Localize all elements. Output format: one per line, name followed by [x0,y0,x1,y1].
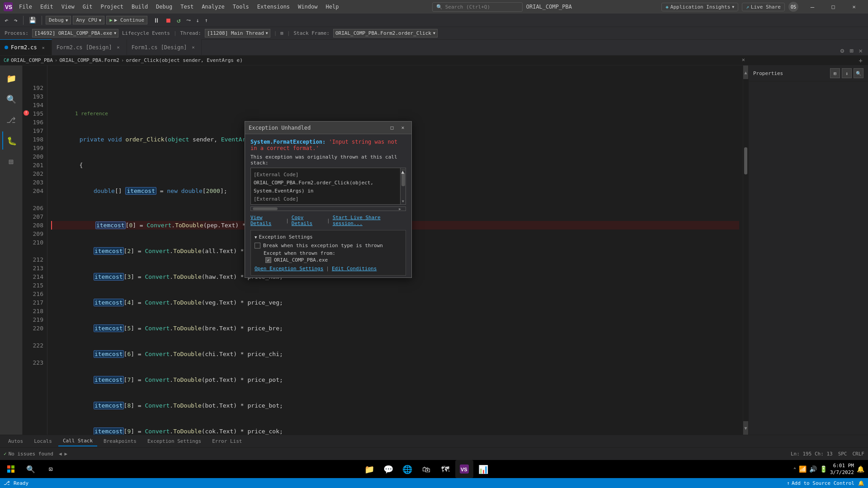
dialog-resize-grip[interactable] [407,273,411,277]
breadcrumb-class[interactable]: ORIAL_COMP_PBA.Form2 [59,57,119,63]
break-exception-checkbox[interactable] [255,243,260,249]
add-source-control-btn[interactable]: ↑ Add to Source Control [787,480,854,486]
menu-tools[interactable]: Tools [229,2,253,12]
properties-sort-btn[interactable]: ↕ [842,68,852,78]
taskbar-search[interactable]: 🔍 [22,460,40,478]
ready-status[interactable]: Ready [14,480,28,486]
network-icon[interactable]: 📶 [799,465,807,473]
menu-help[interactable]: Help [322,2,342,12]
menu-project[interactable]: Project [97,2,127,12]
activity-git[interactable]: ⎇ [2,111,20,129]
menu-debug[interactable]: Debug [152,2,176,12]
taskbar-datetime[interactable]: 6:01 PM 3/7/2022 [830,462,854,476]
menu-window[interactable]: Window [294,2,321,12]
activity-search[interactable]: 🔍 [2,90,20,108]
tab-error-list[interactable]: Error List [208,436,246,446]
edit-conditions-link[interactable]: Edit Conditions [332,266,377,272]
maximize-btn[interactable]: □ [823,0,844,14]
close-btn[interactable]: ✕ [844,0,864,14]
restart-btn[interactable]: ↺ [175,16,183,25]
menu-test[interactable]: Test [177,2,197,12]
tab-form1cs-design[interactable]: Form1.cs [Design] ✕ [127,39,202,55]
arrow-left-btn[interactable]: ◀ [59,451,62,457]
properties-close-btn[interactable]: ✕ [740,56,747,64]
activity-explorer[interactable]: 📁 [2,69,20,87]
notifications-icon[interactable]: 🔔 [858,480,864,486]
toolbar-redo[interactable]: ↷ [12,16,19,25]
tab-breakpoints[interactable]: Breakpoints [99,436,141,446]
breadcrumb-method[interactable]: order_Click(object sender, EventArgs e) [126,57,242,63]
copy-details-link[interactable]: Copy Details [292,215,324,226]
except-value-checkbox[interactable]: ✓ [265,257,271,263]
exc-settings-toggle[interactable]: ▼ Exception Settings [255,234,402,240]
minimize-btn[interactable]: — [802,0,823,14]
cpu-mode-dropdown[interactable]: Any CPU▼ [73,16,104,24]
no-issues[interactable]: ✓ No issues found [4,451,53,457]
menu-build[interactable]: Build [128,2,151,12]
menu-file[interactable]: File [15,2,36,12]
arrow-right-btn[interactable]: ▶ [65,451,68,457]
stack-label: Stack Frame: [294,30,330,36]
task-view-btn[interactable]: ⊡ [42,460,60,478]
volume-icon[interactable]: 🔊 [809,465,817,473]
process-dropdown[interactable]: [14692] ORIAL_COMP_PBA.exe ▼ [32,29,118,38]
notifications-btn[interactable]: 🔔 [857,465,864,473]
tab2-close[interactable]: ✕ [115,44,122,51]
tab-call-stack[interactable]: Call Stack [58,436,97,446]
step-into-btn[interactable]: ↓ [194,16,202,24]
properties-search-btn[interactable]: 🔍 [854,68,863,78]
stop-btn[interactable]: ⏹ [163,16,174,25]
tab-form2cs-design[interactable]: Form2.cs [Design] ✕ [52,39,127,55]
live-share-session-link[interactable]: Start Live Share session... [333,215,406,226]
thread-dropdown[interactable]: [11208] Main Thread ▼ [205,29,270,38]
tab3-close[interactable]: ✕ [189,44,197,51]
view-details-link[interactable]: View Details [250,215,283,226]
user-avatar[interactable]: OS [788,2,798,12]
menu-git[interactable]: Git [79,2,96,12]
menu-analyze[interactable]: Analyze [198,2,228,12]
taskbar-store-icon[interactable]: 🛍 [417,460,435,478]
properties-grid-btn[interactable]: ⊞ [830,68,840,78]
taskbar-maps-icon[interactable]: 🗺 [436,460,454,478]
battery-icon[interactable]: 🔋 [820,465,827,473]
new-editor-btn[interactable]: + [857,57,864,64]
taskbar-sysmon-icon[interactable]: 📊 [474,460,492,478]
taskbar-chat-icon[interactable]: 💬 [379,460,397,478]
debug-mode-dropdown[interactable]: Debug▼ [46,16,71,24]
stack-dropdown[interactable]: ORIAL_COMP_PBA.Form2.order_Click ▼ [333,29,438,38]
exception-dialog-close-btn[interactable]: ✕ [398,123,408,133]
step-out-btn[interactable]: ↑ [203,16,210,24]
tab-form2cs[interactable]: Form2.cs ✕ [0,39,52,55]
taskbar-up-arrow[interactable]: ⌃ [793,467,796,472]
open-exc-settings-link[interactable]: Open Exception Settings [255,266,323,272]
split-editor-btn[interactable]: ⊞ [848,46,855,55]
search-box[interactable]: 🔍 Search (Ctrl+Q) [432,2,523,12]
source-control-icon: ↑ [787,480,790,486]
live-share-btn[interactable]: ↗ Live Share [742,3,785,11]
tab-exception-settings[interactable]: Exception Settings [143,436,206,446]
taskbar-edge-icon[interactable]: 🌐 [398,460,416,478]
app-insights-btn[interactable]: ◈ Application Insights ▼ [661,3,738,11]
close-editor-btn[interactable]: ✕ [857,46,864,55]
toolbar-save[interactable]: 💾 [27,16,38,24]
taskbar-vs-icon[interactable]: VS [455,460,473,478]
editor-settings-btn[interactable]: ⚙ [839,46,846,55]
call-stack-box[interactable]: [External Code] ORIAL_COMP_PBA.Form2.ord… [250,168,406,205]
toolbar-undo[interactable]: ↶ [3,16,10,25]
tab1-close[interactable]: ✕ [40,44,47,51]
pause-btn[interactable]: ⏸ [151,16,162,25]
editor-scrollbar[interactable]: ▲ ▼ [743,66,748,435]
activity-extensions[interactable]: ⊞ [2,152,20,170]
tab-autos[interactable]: Autos [4,436,28,446]
continue-btn[interactable]: ▶ ▶ Continue [106,16,147,24]
start-btn[interactable] [2,460,20,478]
exception-dialog-resize-btn[interactable]: □ [387,123,397,133]
step-over-btn[interactable]: ⤳ [184,16,193,24]
menu-extensions[interactable]: Extensions [254,2,293,12]
tab-locals[interactable]: Locals [29,436,57,446]
menu-edit[interactable]: Edit [37,2,57,12]
menu-view[interactable]: View [58,2,78,12]
activity-debug[interactable]: 🐛 [2,131,20,150]
breadcrumb-project[interactable]: ORIAL_COMP_PBA [11,57,53,63]
taskbar-files-icon[interactable]: 📁 [360,460,378,478]
